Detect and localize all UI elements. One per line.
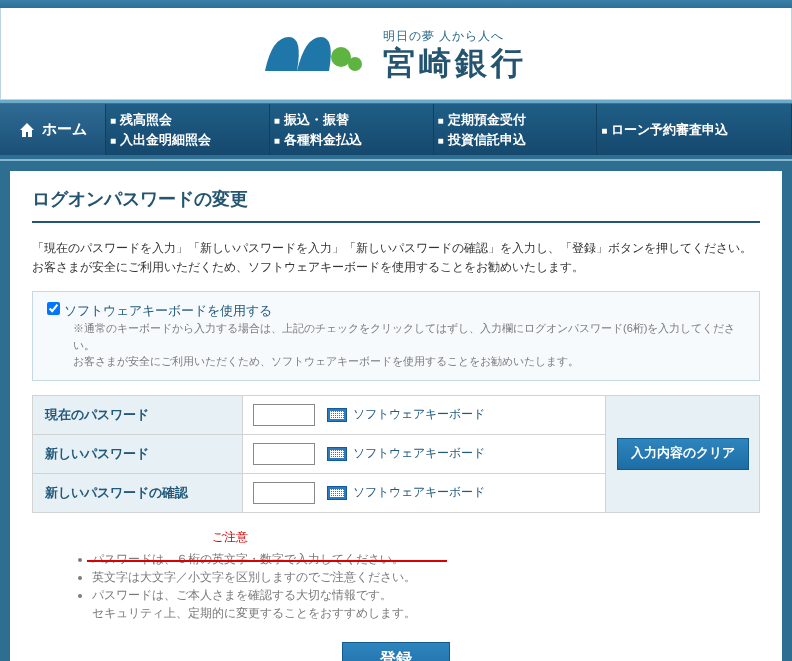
keyboard-icon (327, 486, 347, 500)
instructions: 「現在のパスワードを入力」「新しいパスワードを入力」「新しいパスワードの確認」を… (32, 239, 760, 277)
red-underline-annotation (87, 560, 447, 562)
swkb-label: ソフトウェアキーボード (353, 445, 485, 462)
notice-section: ご注意 パスワードは、６桁の英文字・数字で入力してください。 英文字は大文字／小… (32, 529, 760, 622)
nav-payment[interactable]: 各種料金払込 (274, 130, 429, 150)
confirm-password-input[interactable] (253, 482, 315, 504)
top-bar (0, 0, 792, 8)
notice-item-1: パスワードは、６桁の英文字・数字で入力してください。 (92, 550, 760, 568)
swkb-button-confirm[interactable]: ソフトウェアキーボード (325, 482, 487, 503)
kb-note-1: 通常のキーボードから入力する場合は、上記のチェックをクリックしてはずし、入力欄に… (73, 320, 745, 353)
nav-transfer[interactable]: 振込・振替 (274, 110, 429, 130)
nav-home-label: ホーム (42, 120, 87, 139)
notice-item-3: パスワードは、ご本人さまを確認する大切な情報です。 (92, 586, 760, 604)
keyboard-icon (327, 447, 347, 461)
swkb-button-new[interactable]: ソフトウェアキーボード (325, 443, 487, 464)
swkb-label: ソフトウェアキーボード (353, 484, 485, 501)
nav-deposit[interactable]: 定期預金受付 (438, 110, 593, 130)
notice-item-2: 英文字は大文字／小文字を区別しますのでご注意ください。 (92, 568, 760, 586)
notice-item-4: セキュリティ上、定期的に変更することをおすすめします。 (92, 604, 760, 622)
nav-balance[interactable]: 残高照会 (110, 110, 265, 130)
current-password-row: 現在のパスワード ソフトウェアキーボード (33, 396, 605, 435)
current-password-input[interactable] (253, 404, 315, 426)
nav-col-4: ローン予約審査申込 (597, 104, 792, 155)
clear-button-cell: 入力内容のクリア (605, 396, 759, 513)
nav-col-1: 残高照会 入出金明細照会 (106, 104, 270, 155)
software-keyboard-label: ソフトウェアキーボードを使用する (64, 302, 272, 320)
password-form: 現在のパスワード ソフトウェアキーボード 新しいパスワード (32, 395, 760, 513)
nav-transactions[interactable]: 入出金明細照会 (110, 130, 265, 150)
new-password-row: 新しいパスワード ソフトウェアキーボード (33, 435, 605, 474)
new-password-input[interactable] (253, 443, 315, 465)
page: 明日の夢 人から人へ 宮崎銀行 ホーム 残高照会 入出金明細照会 振込・振替 各… (0, 0, 792, 661)
nav-col-2: 振込・振替 各種料金払込 (270, 104, 434, 155)
bank-logo-icon (265, 31, 365, 76)
software-keyboard-box: ソフトウェアキーボードを使用する 通常のキーボードから入力する場合は、上記のチェ… (32, 291, 760, 381)
confirm-password-row: 新しいパスワードの確認 ソフトウェアキーボード (33, 474, 605, 513)
svg-point-1 (348, 57, 362, 71)
content-frame: ログオンパスワードの変更 「現在のパスワードを入力」「新しいパスワードを入力」「… (0, 159, 792, 661)
register-wrap: 登録 (32, 642, 760, 661)
nav-loan[interactable]: ローン予約審査申込 (601, 120, 787, 140)
kb-note-2: お客さまが安全にご利用いただくため、ソフトウェアキーボードを使用することをお勧め… (73, 353, 745, 370)
notice-list: パスワードは、６桁の英文字・数字で入力してください。 英文字は大文字／小文字を区… (92, 550, 760, 622)
nav-col-3: 定期預金受付 投資信託申込 (434, 104, 598, 155)
clear-button[interactable]: 入力内容のクリア (617, 438, 749, 470)
new-password-label: 新しいパスワード (33, 435, 243, 473)
register-button[interactable]: 登録 (342, 642, 450, 661)
keyboard-icon (327, 408, 347, 422)
instruction-line-2: お客さまが安全にご利用いただくため、ソフトウェアキーボードを使用することをお勧め… (32, 258, 760, 277)
nav-investment[interactable]: 投資信託申込 (438, 130, 593, 150)
confirm-password-label: 新しいパスワードの確認 (33, 474, 243, 512)
software-keyboard-checkbox[interactable] (47, 302, 60, 315)
nav-home-button[interactable]: ホーム (0, 104, 106, 155)
instruction-line-1: 「現在のパスワードを入力」「新しいパスワードを入力」「新しいパスワードの確認」を… (32, 239, 760, 258)
logo-bank-name: 宮崎銀行 (383, 47, 527, 79)
swkb-button-current[interactable]: ソフトウェアキーボード (325, 404, 487, 425)
home-icon (18, 121, 36, 139)
nav-container: ホーム 残高照会 入出金明細照会 振込・振替 各種料金払込 定期預金受付 投資信… (0, 100, 792, 159)
swkb-label: ソフトウェアキーボード (353, 406, 485, 423)
notice-heading: ご注意 (212, 529, 760, 546)
content-panel: ログオンパスワードの変更 「現在のパスワードを入力」「新しいパスワードを入力」「… (10, 171, 782, 661)
page-title: ログオンパスワードの変更 (32, 187, 760, 223)
logo-tagline: 明日の夢 人から人へ (383, 28, 527, 45)
logo-area: 明日の夢 人から人へ 宮崎銀行 (0, 8, 792, 100)
current-password-label: 現在のパスワード (33, 396, 243, 434)
main-nav: ホーム 残高照会 入出金明細照会 振込・振替 各種料金払込 定期預金受付 投資信… (0, 103, 792, 155)
